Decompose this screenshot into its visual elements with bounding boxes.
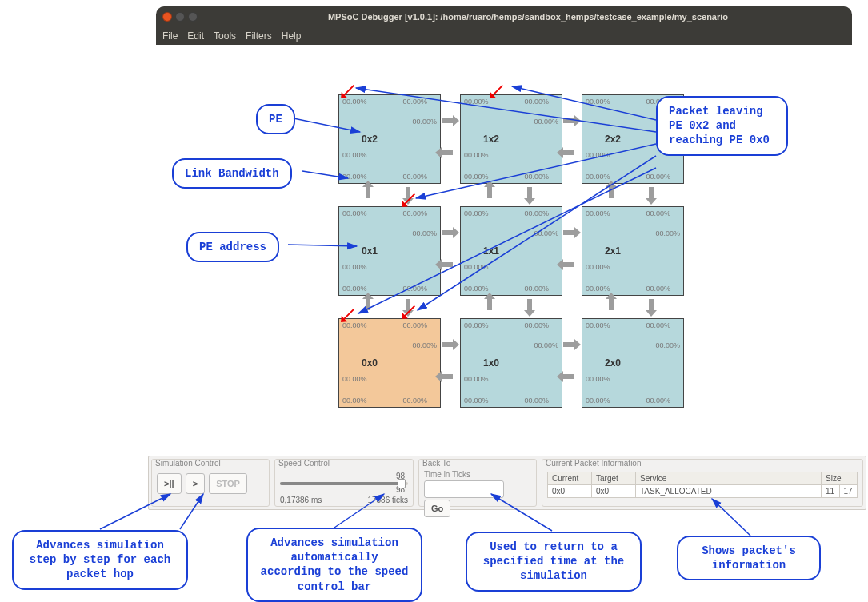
group-label: Speed Control	[278, 459, 330, 468]
pe-cell-2x0[interactable]: 2x0 00.00% 00.00% 00.00% 00.00% 00.00% 0…	[582, 318, 684, 408]
link-pct: 00.00%	[464, 173, 489, 181]
link-pct: 00.00%	[586, 209, 610, 217]
pe-address: 2x1	[605, 245, 621, 257]
back-to-ticks-input[interactable]	[424, 480, 504, 498]
link-pct: 00.00%	[646, 321, 670, 329]
link-arrow-right-icon	[563, 342, 574, 347]
pe-address: 1x0	[483, 357, 499, 369]
link-pct: 00.00%	[342, 321, 367, 329]
link-arrow-left-icon	[442, 150, 453, 155]
play-button[interactable]: >	[186, 473, 205, 494]
link-pct: 00.00%	[464, 375, 489, 383]
group-label: Simulation Control	[155, 459, 221, 468]
link-pct: 00.00%	[464, 151, 489, 159]
noc-grid: 0x2 00.00% 00.00% 00.00% 00.00% 00.00% 0…	[338, 83, 690, 413]
link-pct: 00.00%	[586, 397, 610, 405]
link-pct: 00.00%	[342, 151, 367, 159]
pe-cell-0x0[interactable]: 0x0 00.00% 00.00% 00.00% 00.00% 00.00% 0…	[338, 318, 441, 408]
pe-cell-0x1[interactable]: 0x1 00.00% 00.00% 00.00% 00.00% 00.00% 0…	[338, 206, 441, 296]
link-pct: 00.00%	[464, 321, 489, 329]
link-pct: 00.00%	[342, 173, 367, 181]
link-arrow-left-icon	[442, 374, 453, 379]
callout-packet-info: Shows packet's information	[677, 536, 821, 580]
callout-pe-address: PE address	[186, 232, 279, 262]
window-title: MPSoC Debugger [v1.0.1]: /home/ruaro/hem…	[204, 12, 852, 22]
group-current-packet: Current Packet Information Current Targe…	[542, 459, 863, 507]
menu-tools[interactable]: Tools	[214, 30, 236, 42]
link-pct: 00.00%	[464, 98, 489, 106]
link-arrow-right-icon	[563, 230, 574, 235]
menu-file[interactable]: File	[162, 30, 178, 42]
window-titlebar: MPSoC Debugger [v1.0.1]: /home/ruaro/hem…	[156, 6, 852, 27]
link-pct: 00.00%	[342, 285, 367, 293]
callout-advance-auto: Advances simulation automatically accord…	[246, 528, 422, 602]
window-minimize-button[interactable]	[175, 12, 185, 22]
packet-table: Current Target Service Size 0x0 0x0 TASK…	[547, 472, 858, 498]
table-row: 0x0 0x0 TASK_ALLOCATED 11 17	[548, 485, 858, 498]
link-pct: 00.00%	[655, 341, 680, 349]
link-pct: 00.00%	[342, 98, 367, 106]
callout-packet-leaving: Packet leaving PE 0x2 and reaching PE 0x…	[656, 96, 788, 156]
pe-cell-1x2[interactable]: 1x2 00.00% 00.00% 00.00% 00.00% 00.00% 0…	[460, 94, 562, 184]
pe-cell-1x1[interactable]: 1x1 00.00% 00.00% 00.00% 00.00% 00.00% 0…	[460, 206, 562, 296]
go-button[interactable]: Go	[424, 500, 450, 517]
callout-link-bandwidth: Link Bandwidth	[172, 158, 292, 189]
stop-button[interactable]: STOP	[209, 473, 247, 494]
link-pct: 00.00%	[586, 375, 610, 383]
link-pct: 00.00%	[534, 229, 558, 237]
link-arrow-up-icon	[487, 299, 492, 310]
window-close-button[interactable]	[162, 12, 172, 22]
menu-edit[interactable]: Edit	[187, 30, 204, 42]
link-pct: 00.00%	[524, 321, 549, 329]
pe-address: 0x2	[362, 134, 378, 145]
link-arrow-left-icon	[563, 150, 574, 155]
link-pct: 00.00%	[524, 397, 549, 405]
pe-address: 1x2	[483, 134, 499, 145]
link-arrow-down-icon	[527, 299, 532, 310]
callout-pe: PE	[256, 104, 295, 134]
menu-filters[interactable]: Filters	[246, 30, 272, 42]
link-pct: 00.00%	[412, 229, 437, 237]
window-maximize-button[interactable]	[188, 12, 198, 22]
col-size: Size	[822, 472, 858, 485]
link-pct: 00.00%	[464, 285, 489, 293]
link-pct: 00.00%	[464, 397, 489, 405]
menubar: File Edit Tools Filters Help	[156, 27, 852, 45]
link-pct: 00.00%	[646, 209, 670, 217]
link-pct: 00.00%	[646, 285, 670, 293]
callout-back-to: Used to return to a specified time at th…	[466, 532, 642, 592]
pe-cell-2x1[interactable]: 2x1 00.00% 00.00% 00.00% 00.00% 00.00% 0…	[582, 206, 684, 296]
bottom-panel: Simulation Control >|| > STOP Speed Cont…	[148, 456, 866, 510]
group-simulation-control: Simulation Control >|| > STOP	[151, 459, 270, 507]
link-pct: 00.00%	[464, 263, 489, 271]
link-pct: 00.00%	[524, 285, 549, 293]
link-pct: 00.00%	[412, 341, 437, 349]
link-arrow-right-icon	[442, 342, 453, 347]
link-arrow-down-icon	[649, 299, 654, 310]
link-pct: 00.00%	[402, 397, 427, 405]
col-service: Service	[636, 472, 822, 485]
link-pct: 00.00%	[586, 98, 610, 106]
pe-address: 2x2	[605, 134, 621, 145]
speed-slider[interactable]	[280, 482, 408, 485]
speed-time-ms: 0,17386 ms	[280, 496, 322, 504]
pe-address: 0x0	[362, 357, 378, 369]
col-target: Target	[592, 472, 636, 485]
link-arrow-up-icon	[366, 187, 370, 198]
link-arrow-up-icon	[609, 299, 614, 310]
link-pct: 00.00%	[586, 285, 610, 293]
step-button[interactable]: >||	[157, 473, 182, 494]
pe-cell-1x0[interactable]: 1x0 00.00% 00.00% 00.00% 00.00% 00.00% 0…	[460, 318, 562, 408]
pe-address: 1x1	[483, 245, 499, 257]
pe-cell-0x2[interactable]: 0x2 00.00% 00.00% 00.00% 00.00% 00.00% 0…	[338, 94, 441, 184]
link-arrow-right-icon	[563, 118, 574, 123]
menu-help[interactable]: Help	[282, 30, 302, 42]
link-pct: 00.00%	[646, 173, 670, 181]
link-pct: 00.00%	[534, 118, 558, 126]
link-pct: 00.00%	[402, 321, 427, 329]
pe-address: 2x0	[605, 357, 621, 369]
slider-thumb-icon[interactable]	[398, 479, 406, 488]
link-pct: 00.00%	[586, 321, 610, 329]
link-pct: 00.00%	[534, 341, 558, 349]
col-current: Current	[548, 472, 592, 485]
